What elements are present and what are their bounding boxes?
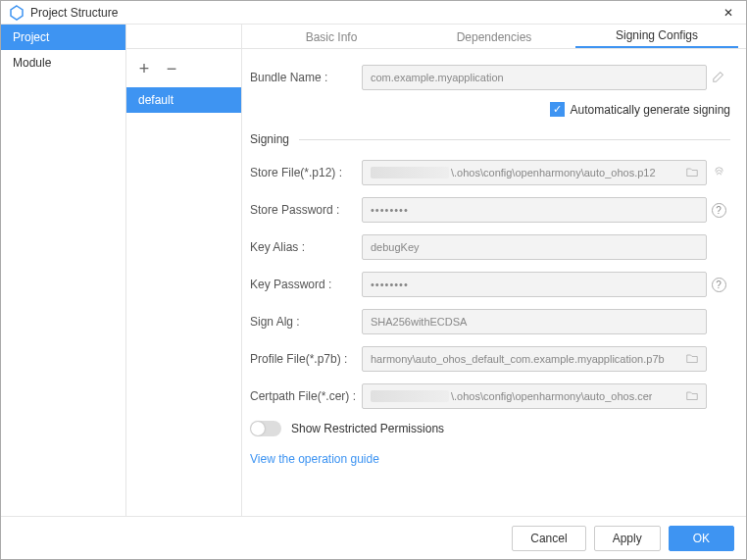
- bundle-name-input[interactable]: com.example.myapplication: [362, 65, 707, 90]
- store-file-input[interactable]: \.ohos\config\openharmony\auto_ohos.p12: [362, 160, 707, 185]
- certpath-file-label: Certpath File(*.cer) :: [250, 389, 362, 403]
- operation-guide-link[interactable]: View the operation guide: [250, 452, 379, 466]
- close-button[interactable]: ✕: [719, 6, 738, 20]
- window-title: Project Structure: [30, 6, 719, 20]
- tab-signing-configs[interactable]: Signing Configs: [575, 25, 738, 48]
- sign-alg-row: Sign Alg : SHA256withECDSA: [250, 309, 730, 334]
- profile-file-row: Profile File(*.p7b) : harmony\auto_ohos_…: [250, 346, 730, 372]
- auto-signing-checkbox[interactable]: ✓: [550, 102, 565, 117]
- folder-icon[interactable]: [686, 389, 698, 403]
- tab-dependencies[interactable]: Dependencies: [413, 26, 575, 48]
- key-alias-input[interactable]: debugKey: [362, 234, 707, 260]
- bundle-name-label: Bundle Name :: [250, 71, 362, 84]
- store-file-label: Store File(*.p12) :: [250, 166, 362, 179]
- app-logo-icon: [9, 5, 25, 21]
- store-password-input[interactable]: ••••••••: [362, 197, 707, 223]
- config-list-panel: + − default: [126, 25, 242, 516]
- title-bar: Project Structure ✕: [1, 1, 746, 25]
- sign-alg-label: Sign Alg :: [250, 315, 362, 329]
- footer: Cancel Apply OK: [1, 516, 746, 559]
- certpath-file-row: Certpath File(*.cer) : \.ohos\config\ope…: [250, 383, 730, 409]
- config-toolbar: + −: [126, 48, 241, 87]
- apply-button[interactable]: Apply: [594, 526, 661, 551]
- key-password-input[interactable]: ••••••••: [362, 272, 707, 297]
- remove-config-button[interactable]: −: [164, 61, 179, 76]
- sidebar-item-project[interactable]: Project: [1, 25, 125, 50]
- tabs: Basic Info Dependencies Signing Configs: [242, 25, 746, 48]
- cancel-button[interactable]: Cancel: [512, 526, 585, 551]
- help-icon[interactable]: ?: [712, 278, 726, 292]
- main-panel: Basic Info Dependencies Signing Configs …: [242, 25, 746, 516]
- signing-section-label: Signing: [250, 132, 289, 146]
- store-password-row: Store Password : •••••••• ?: [250, 197, 730, 223]
- config-item-default[interactable]: default: [126, 87, 241, 113]
- profile-file-input[interactable]: harmony\auto_ohos_default_com.example.my…: [362, 346, 707, 372]
- sidebar-item-module[interactable]: Module: [1, 50, 125, 76]
- certpath-file-input[interactable]: \.ohos\config\openharmony\auto_ohos.cer: [362, 383, 707, 409]
- show-restricted-label: Show Restricted Permissions: [291, 422, 444, 435]
- key-password-row: Key Password : •••••••• ?: [250, 272, 730, 297]
- key-alias-row: Key Alias : debugKey: [250, 234, 730, 260]
- edit-icon[interactable]: [712, 70, 725, 86]
- bundle-name-row: Bundle Name : com.example.myapplication: [250, 65, 730, 90]
- left-sidebar: Project Module: [1, 25, 126, 516]
- sign-alg-input[interactable]: SHA256withECDSA: [362, 309, 707, 334]
- show-restricted-toggle[interactable]: [250, 421, 281, 436]
- store-password-label: Store Password :: [250, 203, 362, 217]
- add-config-button[interactable]: +: [136, 61, 152, 76]
- auto-signing-label: Automatically generate signing: [571, 103, 730, 117]
- ok-button[interactable]: OK: [669, 526, 734, 551]
- help-icon[interactable]: ?: [712, 203, 726, 218]
- folder-icon[interactable]: [686, 166, 698, 179]
- fingerprint-icon[interactable]: [712, 164, 726, 181]
- profile-file-label: Profile File(*.p7b) :: [250, 352, 362, 366]
- store-file-row: Store File(*.p12) : \.ohos\config\openha…: [250, 160, 730, 185]
- key-alias-label: Key Alias :: [250, 240, 362, 254]
- tab-basic-info[interactable]: Basic Info: [250, 26, 413, 48]
- folder-icon[interactable]: [686, 352, 698, 366]
- key-password-label: Key Password :: [250, 278, 362, 291]
